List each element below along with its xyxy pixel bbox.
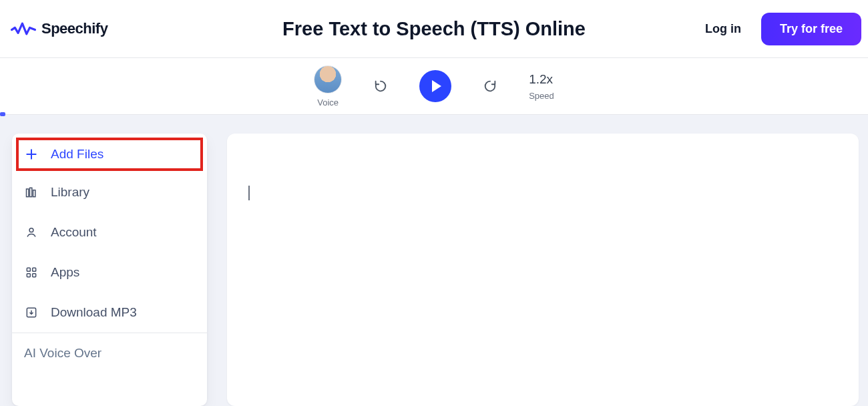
play-button[interactable] — [419, 70, 451, 102]
voice-avatar-icon — [314, 65, 342, 93]
svg-rect-6 — [27, 274, 30, 277]
skip-back-button[interactable] — [373, 78, 389, 94]
app-header: Speechify Free Text to Speech (TTS) Onli… — [0, 0, 868, 58]
sidebar-item-apps[interactable]: Apps — [12, 252, 207, 292]
sidebar-item-label: AI Voice Over — [24, 346, 101, 361]
play-icon — [432, 80, 441, 92]
speed-control[interactable]: 1.2x Speed — [529, 72, 554, 101]
try-free-button[interactable]: Try for free — [761, 13, 861, 45]
sidebar-item-label: Account — [51, 225, 97, 240]
svg-rect-7 — [33, 274, 36, 277]
sidebar-item-library[interactable]: Library — [12, 172, 207, 212]
sidebar-item-add-files[interactable]: Add Files — [15, 136, 204, 172]
sidebar-item-label: Apps — [51, 265, 79, 280]
speechify-logo-icon — [11, 19, 36, 38]
text-cursor — [248, 186, 250, 200]
forward-icon — [483, 79, 497, 93]
plus-icon — [24, 147, 39, 162]
svg-rect-1 — [30, 188, 32, 196]
sidebar-item-label: Add Files — [51, 147, 103, 162]
sidebar-item-label: Library — [51, 185, 89, 200]
sidebar-item-ai-voice-over[interactable]: AI Voice Over — [12, 333, 207, 373]
player-toolbar: Voice 1.2x Speed — [0, 58, 868, 115]
workspace: Add Files Library Account — [0, 115, 868, 406]
svg-rect-5 — [33, 268, 36, 271]
svg-rect-2 — [33, 190, 35, 197]
page-title: Free Text to Speech (TTS) Online — [282, 18, 586, 40]
brand-name: Speechify — [41, 20, 107, 37]
sidebar-item-label: Download MP3 — [51, 305, 137, 320]
account-icon — [24, 225, 39, 240]
apps-icon — [24, 265, 39, 280]
svg-point-3 — [29, 228, 33, 232]
voice-selector[interactable]: Voice — [314, 65, 342, 108]
svg-rect-4 — [27, 268, 30, 271]
header-actions: Log in Try for free — [705, 13, 861, 45]
svg-rect-0 — [27, 189, 29, 197]
library-icon — [24, 185, 39, 200]
sidebar-item-download-mp3[interactable]: Download MP3 — [12, 292, 207, 333]
speed-label: Speed — [529, 91, 554, 101]
brand-logo[interactable]: Speechify — [11, 19, 107, 38]
text-editor[interactable] — [227, 134, 859, 406]
skip-forward-button[interactable] — [482, 78, 498, 94]
sidebar: Add Files Library Account — [12, 134, 207, 406]
sidebar-item-account[interactable]: Account — [12, 212, 207, 252]
speed-value: 1.2x — [529, 72, 553, 87]
voice-label: Voice — [317, 97, 339, 108]
progress-indicator — [0, 112, 5, 116]
login-link[interactable]: Log in — [705, 22, 741, 36]
download-icon — [24, 305, 39, 320]
rewind-icon — [373, 79, 388, 93]
